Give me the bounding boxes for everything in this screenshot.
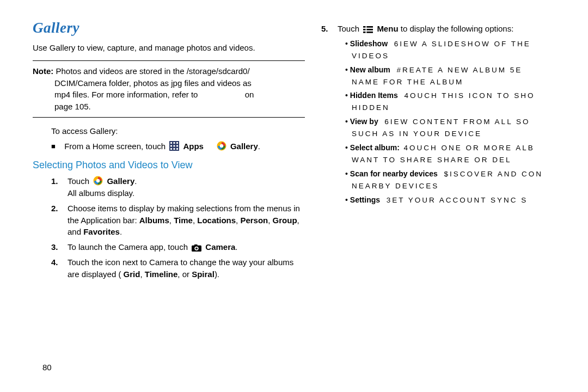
- svg-rect-2: [174, 142, 175, 144]
- opt-select-album: • Select album: 4OUCH ONE OR MORE ALBWAN…: [338, 142, 588, 166]
- opt-slideshow: • Slideshow 6IEW A SLIDESHOW OF THEVIDEO…: [338, 38, 588, 62]
- svg-rect-1: [170, 142, 172, 144]
- note-label: Note:: [33, 66, 53, 76]
- gallery-heading: Gallery: [33, 20, 305, 36]
- page-number: 80: [42, 363, 52, 372]
- subheading: Selecting Photos and Videos to View: [33, 160, 305, 171]
- opt-new-album: • New album #REATE A NEW ALBUM 5ENAME FO…: [338, 64, 588, 88]
- svg-point-13: [96, 179, 100, 182]
- step5a: Touch: [338, 24, 362, 33]
- svg-rect-18: [363, 26, 365, 28]
- svg-rect-8: [174, 148, 175, 150]
- apps-icon: [169, 141, 179, 151]
- grid-label: Grid: [124, 270, 140, 279]
- note-line5: page 105.: [54, 102, 91, 111]
- note-line3: mp4 files. For more information, refer t…: [54, 90, 198, 99]
- step-4: 4. Touch the icon next to Camera to chan…: [33, 256, 305, 280]
- step4a: Touch the icon next to Camera to change …: [68, 258, 293, 279]
- albums-label: Albums: [139, 216, 169, 225]
- step5b: to display the following options:: [401, 24, 514, 33]
- options-list: • Slideshow 6IEW A SLIDESHOW OF THEVIDEO…: [321, 38, 588, 206]
- opt-view-by: • View by 6IEW CONTENT FROM ALL SOSUCH A…: [338, 116, 588, 140]
- page: Gallery Use Gallery to view, capture, an…: [0, 0, 588, 392]
- svg-rect-21: [366, 29, 373, 30]
- camera-label: Camera: [205, 242, 235, 252]
- svg-rect-5: [174, 145, 175, 146]
- group-label: Group: [273, 216, 297, 225]
- step4e: ).: [215, 270, 219, 279]
- access-label: To access Gallery:: [33, 125, 305, 137]
- time-label: Time: [174, 216, 193, 225]
- from-home-text: From a Home screen, touch: [64, 142, 168, 151]
- note-line1: Photos and videos are stored in the /sto…: [56, 66, 250, 76]
- svg-point-11: [220, 144, 223, 147]
- svg-rect-22: [363, 32, 365, 33]
- step-3: 3. To launch the Camera app, touch Camer…: [33, 241, 305, 253]
- apps-label: Apps: [183, 142, 204, 151]
- camera-icon: [192, 243, 201, 253]
- locations-label: Locations: [197, 216, 236, 225]
- svg-rect-6: [176, 145, 178, 146]
- svg-rect-3: [176, 142, 178, 144]
- step1-touch: Touch: [68, 176, 91, 186]
- svg-rect-23: [366, 32, 373, 33]
- opt-scan: • Scan for nearby devices $ISCOVER AND C…: [338, 168, 588, 192]
- gallery-icon-2: [93, 176, 103, 186]
- svg-rect-7: [170, 148, 172, 150]
- favorites-label: Favorites: [83, 227, 120, 236]
- svg-rect-4: [170, 145, 172, 146]
- step1b: All albums display.: [68, 188, 134, 198]
- step-1: 1. Touch Gallery. All albums display.: [33, 175, 305, 199]
- menu-icon: [363, 24, 373, 34]
- menu-label: Menu: [377, 24, 398, 33]
- note-line2: DCIM/Camera folder, photos as jpg files …: [54, 78, 252, 88]
- svg-rect-15: [194, 244, 198, 246]
- gallery-label-2: Gallery: [107, 176, 134, 186]
- svg-rect-9: [176, 148, 178, 150]
- note-box: Note: Photos and videos are stored in th…: [33, 60, 305, 118]
- svg-point-17: [195, 247, 198, 249]
- timeline-label: Timeline: [145, 270, 178, 279]
- person-label: Person: [240, 216, 268, 225]
- gallery-intro: Use Gallery to view, capture, and manage…: [33, 42, 305, 54]
- svg-rect-20: [363, 29, 365, 30]
- step-2: 2. Choose items to display by making sel…: [33, 203, 305, 238]
- opt-settings: • Settings 3ET YOUR ACCOUNT SYNC S: [338, 194, 588, 206]
- period-1: .: [258, 142, 260, 151]
- from-home-row: From a Home screen, touch Apps: [33, 140, 305, 152]
- gallery-label-1: Gallery: [230, 142, 258, 151]
- gallery-icon: [217, 141, 226, 151]
- note-line4: on: [245, 90, 254, 99]
- step-5: 5. Touch Menu to display the following o…: [321, 23, 588, 35]
- right-column: 5. Touch Menu to display the following o…: [321, 20, 588, 209]
- svg-rect-19: [366, 26, 373, 28]
- left-column: Gallery Use Gallery to view, capture, an…: [33, 20, 305, 283]
- spiral-label: Spiral: [192, 270, 215, 279]
- opt-hidden: • Hidden Items 4OUCH THIS ICON TO SHOHID…: [338, 90, 588, 114]
- step3a: To launch the Camera app, touch: [68, 242, 190, 252]
